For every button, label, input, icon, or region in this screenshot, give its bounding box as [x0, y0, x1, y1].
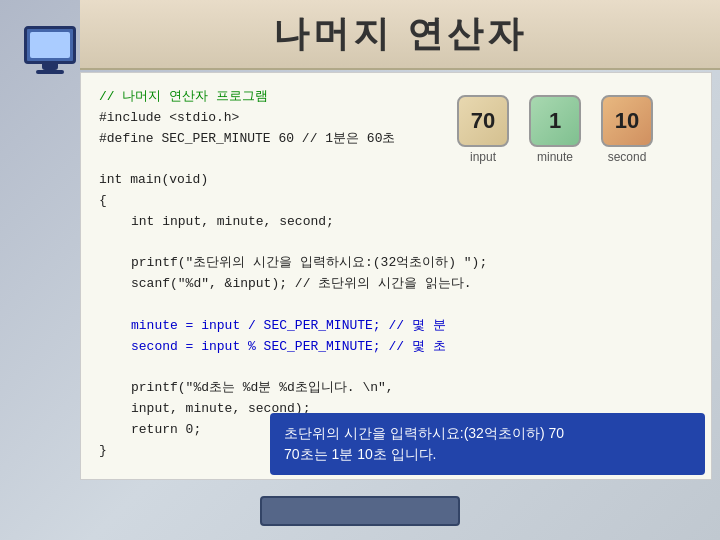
code-line4: { — [99, 191, 693, 212]
computer-icon — [10, 10, 90, 90]
input-box: 70 input — [457, 95, 509, 164]
code-minute-calc: minute = input / SEC_PER_MINUTE; // 몇 분 — [99, 316, 693, 337]
code-scanf1: scanf("%d", &input); // 초단위의 시간을 읽는다. — [99, 274, 693, 295]
code-printf2: printf("%d초는 %d분 %d초입니다. \n", — [99, 378, 693, 399]
second-value: 10 — [601, 95, 653, 147]
title-bar: 나머지 연산자 — [80, 0, 720, 70]
output-popup: 초단위의 시간을 입력하시요:(32억초이하) 70 70초는 1분 10초 입… — [270, 413, 705, 475]
minute-value: 1 — [529, 95, 581, 147]
second-label: second — [608, 150, 647, 164]
keyboard-shape — [260, 496, 460, 526]
code-line5: int input, minute, second; — [99, 212, 693, 233]
minute-box: 1 minute — [529, 95, 581, 164]
minute-label: minute — [537, 150, 573, 164]
input-value: 70 — [457, 95, 509, 147]
page-title: 나머지 연산자 — [273, 10, 527, 59]
code-line3: int main(void) — [99, 170, 693, 191]
input-label: input — [470, 150, 496, 164]
popup-line2: 70초는 1분 10초 입니다. — [284, 444, 691, 465]
code-printf1: printf("초단위의 시간을 입력하시요:(32억초이하) "); — [99, 253, 693, 274]
bottom-bar — [0, 482, 720, 540]
monitor-base — [36, 70, 64, 74]
monitor-screen — [30, 32, 70, 58]
popup-line1: 초단위의 시간을 입력하시요:(32억초이하) 70 — [284, 423, 691, 444]
monitor — [24, 26, 76, 64]
variable-boxes: 70 input 1 minute 10 second — [457, 95, 653, 164]
second-box: 10 second — [601, 95, 653, 164]
code-second-calc: second = input % SEC_PER_MINUTE; // 몇 초 — [99, 337, 693, 358]
